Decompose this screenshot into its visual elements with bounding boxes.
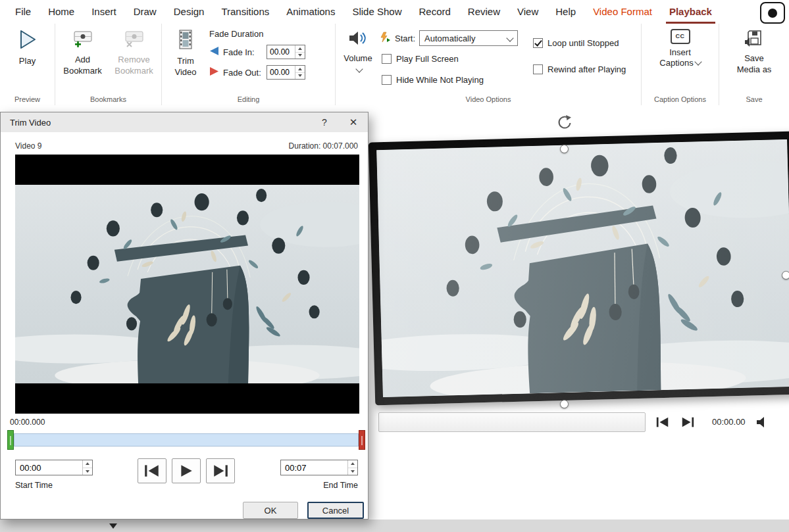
save-media-icon (744, 29, 764, 50)
resize-handle-top[interactable] (560, 145, 569, 153)
tab-draw[interactable]: Draw (125, 0, 165, 24)
tab-slide-show[interactable]: Slide Show (344, 0, 410, 24)
slide-video-frame[interactable] (369, 132, 789, 406)
pane-splitter-arrow[interactable] (109, 523, 117, 529)
fade-out-stepper[interactable] (295, 66, 305, 79)
spin-up-icon (298, 47, 302, 50)
checkbox-rewind-after-playing[interactable]: Rewind after Playing (533, 64, 626, 74)
end-time-field (280, 460, 358, 475)
tab-video-format[interactable]: Video Format (584, 0, 661, 24)
editing-group-label: Editing (162, 95, 335, 103)
group-video-options: Volume Start: Automatically Play Full Sc… (336, 24, 642, 105)
prev-frame-button[interactable] (138, 458, 166, 483)
tab-record[interactable]: Record (410, 0, 459, 24)
cancel-button[interactable]: Cancel (307, 502, 364, 519)
help-button[interactable]: ? (310, 112, 339, 132)
resize-handle-bottom[interactable] (560, 400, 569, 408)
trim-start-handle[interactable] (7, 430, 14, 450)
end-time-input[interactable] (281, 460, 347, 475)
spin-down-icon (298, 54, 302, 57)
tab-design[interactable]: Design (165, 0, 213, 24)
play-button[interactable]: Play (0, 24, 55, 67)
remove-bookmark-button[interactable]: Remove Bookmark (110, 24, 159, 105)
add-bookmark-button[interactable]: Add Bookmark (59, 24, 107, 105)
media-next-frame-button[interactable] (680, 416, 695, 429)
next-frame-button[interactable] (206, 458, 235, 483)
save-group-label: Save (719, 95, 789, 103)
media-prev-frame-button[interactable] (655, 416, 670, 429)
dialog-title-bar: Trim Video ? ✕ (1, 112, 368, 132)
tab-help[interactable]: Help (547, 0, 584, 24)
ok-button[interactable]: OK (243, 502, 298, 519)
tab-playback[interactable]: Playback (661, 0, 721, 24)
start-time-stepper[interactable] (82, 460, 92, 475)
checkbox-hide-while-not-playing[interactable]: Hide While Not Playing (382, 75, 484, 85)
end-time-stepper[interactable] (347, 460, 357, 475)
spin-down-icon (86, 470, 89, 473)
group-caption-options: CC Insert Captions Caption Options (642, 24, 719, 105)
caption-options-group-label: Caption Options (642, 95, 719, 103)
end-time-label: End Time (280, 481, 358, 490)
start-time-label: Start Time (15, 481, 53, 490)
start-row: Start: Automatically (379, 30, 518, 46)
checkbox-label: Play Full Screen (396, 54, 459, 64)
preview-group-label: Preview (0, 95, 55, 103)
fade-in-input[interactable] (267, 45, 295, 59)
insert-captions-button[interactable]: CC Insert Captions (651, 24, 710, 105)
checkbox-play-full-screen[interactable]: Play Full Screen (382, 54, 459, 64)
trim-slider-track[interactable] (14, 433, 359, 447)
checkbox-icon (533, 64, 543, 74)
menu-bar: File Home Insert Draw Design Transitions… (0, 0, 789, 24)
checkbox-label: Hide While Not Playing (396, 75, 484, 85)
fade-panel: Fade Duration Fade In: Fade (209, 29, 305, 85)
tab-transitions[interactable]: Transitions (213, 0, 278, 24)
tab-home[interactable]: Home (39, 0, 83, 24)
trim-end-handle[interactable] (359, 430, 365, 450)
play-pause-button[interactable] (172, 458, 201, 483)
spin-down-icon (351, 470, 355, 473)
trim-video-dialog: Trim Video ? ✕ Video 9 Duration: 00:07.0… (0, 112, 369, 520)
play-icon (18, 29, 37, 53)
fade-in-label: Fade In: (223, 47, 263, 57)
tab-view[interactable]: View (509, 0, 547, 24)
volume-button[interactable]: Volume (341, 28, 375, 72)
next-frame-icon (212, 464, 229, 478)
dialog-title: Trim Video (1, 118, 51, 128)
cc-icon: CC (671, 29, 690, 44)
bookmarks-group-label: Bookmarks (55, 95, 161, 103)
resize-handle-right[interactable] (782, 271, 789, 279)
add-bookmark-icon (72, 29, 93, 51)
media-progress-bar[interactable] (378, 412, 646, 432)
checkbox-label: Loop until Stopped (547, 38, 619, 48)
start-dropdown[interactable]: Automatically (419, 30, 518, 46)
save-media-label: Save Media as (734, 53, 775, 75)
close-button[interactable]: ✕ (339, 112, 368, 132)
checkbox-loop-until-stopped[interactable]: Loop until Stopped (533, 38, 619, 48)
fade-in-icon (209, 46, 219, 58)
fade-in-stepper[interactable] (295, 45, 305, 59)
current-time: 00:00.000 (10, 418, 45, 427)
rotate-handle[interactable] (555, 114, 573, 132)
tab-review[interactable]: Review (459, 0, 509, 24)
save-media-button[interactable]: Save Media as (725, 24, 784, 105)
start-time-field (15, 460, 93, 475)
fade-out-input[interactable] (267, 66, 295, 79)
checkbox-icon (533, 38, 543, 48)
fade-in-field (267, 45, 305, 59)
media-volume-icon[interactable] (755, 415, 769, 429)
checkbox-icon (382, 54, 392, 64)
slide-video-art (376, 139, 789, 397)
checkbox-label: Rewind after Playing (547, 64, 626, 74)
prev-frame-icon (143, 464, 161, 478)
chevron-down-icon (694, 59, 701, 66)
media-time: 00:00.00 (712, 417, 746, 427)
tab-animations[interactable]: Animations (278, 0, 344, 24)
tab-file[interactable]: File (7, 0, 39, 24)
fade-out-field (267, 65, 305, 80)
start-time-input[interactable] (16, 460, 82, 475)
trim-video-button[interactable]: Trim Video (167, 28, 204, 78)
speaker-icon (348, 29, 368, 50)
camera-icon[interactable] (760, 2, 785, 24)
start-dropdown-value: Automatically (424, 34, 475, 43)
tab-insert[interactable]: Insert (83, 0, 125, 24)
